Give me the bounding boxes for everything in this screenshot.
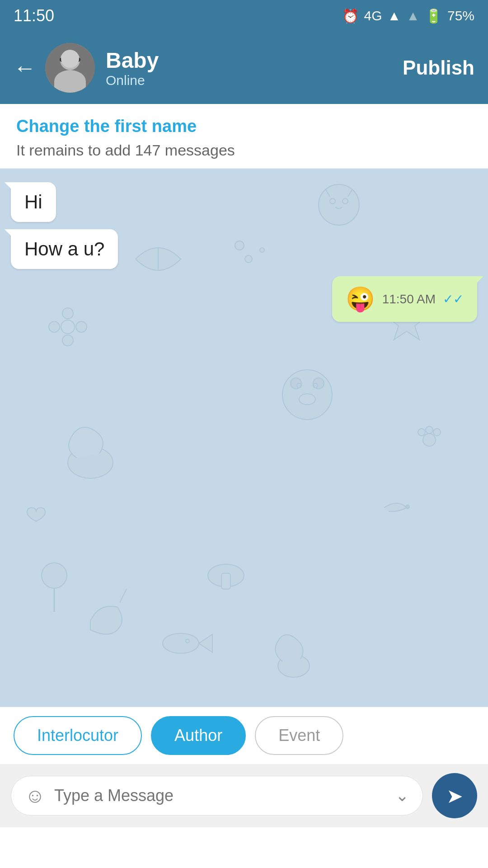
send-icon: ➤ — [446, 784, 463, 807]
message-time: 11:50 AM — [382, 292, 436, 307]
svg-rect-4 — [72, 57, 80, 62]
contact-info: Baby Online — [106, 48, 403, 88]
notification-title[interactable]: Change the first name — [16, 117, 472, 136]
signal-icon: ▲ — [388, 8, 401, 24]
message-ticks: ✓✓ — [443, 292, 464, 307]
dropdown-icon[interactable]: ⌄ — [395, 786, 409, 805]
input-area: ☺ ⌄ ➤ — [0, 764, 488, 827]
status-bar: 11:50 ⏰ 4G ▲ ▲ 🔋 75% — [0, 0, 488, 32]
notification-subtitle: It remains to add 147 messages — [16, 142, 472, 159]
message-received-1: Hi — [11, 182, 56, 222]
message-input[interactable] — [54, 786, 386, 805]
svg-rect-3 — [60, 57, 68, 62]
chat-area: Hi How a u? 😜 11:50 AM ✓✓ — [0, 169, 488, 707]
message-input-wrapper: ☺ ⌄ — [11, 776, 423, 816]
contact-status: Online — [106, 73, 403, 88]
battery-icon: 🔋 — [425, 8, 442, 24]
chat-header: ← Baby Online Publish — [0, 32, 488, 104]
avatar-image — [45, 43, 95, 93]
status-time: 11:50 — [14, 6, 54, 25]
bottom-tabs: Interlocutor Author Event — [0, 707, 488, 764]
alarm-icon: ⏰ — [342, 8, 359, 24]
message-list: Hi How a u? 😜 11:50 AM ✓✓ — [0, 169, 488, 707]
status-icons: ⏰ 4G ▲ ▲ 🔋 75% — [342, 8, 474, 24]
message-received-2: How a u? — [11, 229, 118, 269]
signal2-icon: ▲ — [406, 8, 420, 24]
tab-author[interactable]: Author — [151, 716, 246, 755]
contact-name: Baby — [106, 48, 403, 73]
notification-bar: Change the first name It remains to add … — [0, 104, 488, 169]
battery-percent: 75% — [447, 8, 474, 24]
tab-interlocutor[interactable]: Interlocutor — [14, 716, 142, 755]
svg-point-1 — [60, 50, 80, 70]
message-text: How a u? — [24, 238, 104, 259]
message-text: Hi — [24, 191, 42, 212]
tab-event[interactable]: Event — [255, 716, 343, 755]
emoji-button[interactable]: ☺ — [25, 784, 45, 807]
network-label: 4G — [364, 8, 382, 24]
back-button[interactable]: ← — [14, 57, 36, 79]
publish-button[interactable]: Publish — [403, 57, 474, 79]
send-button[interactable]: ➤ — [432, 773, 477, 818]
message-sent-1: 😜 11:50 AM ✓✓ — [332, 276, 477, 322]
svg-point-2 — [54, 72, 86, 93]
message-emoji: 😜 — [346, 285, 375, 313]
contact-avatar[interactable] — [45, 43, 95, 93]
